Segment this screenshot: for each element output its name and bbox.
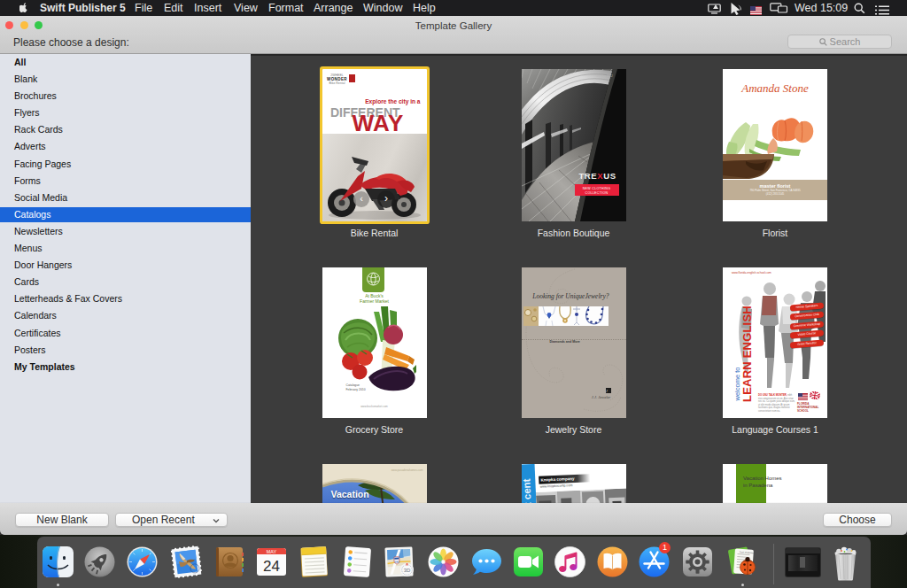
svg-text:24: 24	[263, 558, 280, 575]
svg-text:MAY: MAY	[267, 549, 277, 554]
svg-text:3D: 3D	[403, 568, 410, 573]
svg-text:280: 280	[394, 561, 399, 564]
